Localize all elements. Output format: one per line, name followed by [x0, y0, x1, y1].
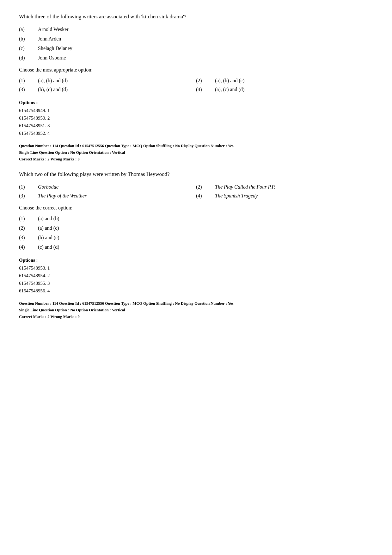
q1-ans4-num: (4)	[196, 87, 215, 92]
q2-answer-4: (4) (c) and (d)	[19, 244, 373, 250]
q1-answer-4: (4) (a), (c) and (d)	[196, 87, 373, 92]
q2-plays-grid: (1) Gorboduc (2) The Play Called the Fou…	[19, 184, 373, 199]
q1-option-a-label: (a)	[19, 27, 38, 32]
q1-choose-text: Choose the most appropriate option:	[19, 67, 373, 73]
q2-play3-val: The Play of the Weather	[38, 193, 87, 199]
q2-ans2-num: (2)	[19, 225, 38, 231]
q1-meta: Question Number : 114 Question Id : 6154…	[19, 143, 373, 163]
q2-play-2: (2) The Play Called the Four P.P.	[196, 184, 373, 190]
q1-ans3-val: (b), (c) and (d)	[38, 87, 68, 92]
q2-play2-val: The Play Called the Four P.P.	[215, 184, 275, 190]
q1-answer-3: (3) (b), (c) and (d)	[19, 87, 196, 92]
q1-option-b-label: (b)	[19, 36, 38, 42]
q1-option-a: (a) Arnold Wesker	[19, 27, 373, 32]
q1-option-c: (c) Shelagh Delaney	[19, 46, 373, 51]
q1-option-d-value: John Osborne	[38, 55, 66, 61]
q2-meta: Question Number : 114 Question Id : 6154…	[19, 300, 373, 321]
q1-answer-1: (1) (a), (b) and (d)	[19, 78, 196, 84]
q2-play1-val: Gorboduc	[38, 184, 58, 190]
q1-ans4-val: (a), (c) and (d)	[215, 87, 244, 92]
q1-option-d: (d) John Osborne	[19, 55, 373, 61]
q2-ans4-val: (c) and (d)	[38, 244, 59, 250]
q1-answer-grid: (1) (a), (b) and (d) (2) (a), (b) and (c…	[19, 78, 373, 92]
q1-ans3-num: (3)	[19, 87, 38, 92]
q1-ans2-val: (a), (b) and (c)	[215, 78, 244, 84]
q2-choose-text: Choose the correct option:	[19, 205, 373, 211]
q2-play4-num: (4)	[196, 193, 215, 199]
question1-block: Which three of the following writers are…	[19, 13, 373, 163]
q1-option-b: (b) John Arden	[19, 36, 373, 42]
q2-answer-1: (1) (a) and (b)	[19, 216, 373, 221]
question2-block: Which two of the following plays were wr…	[19, 170, 373, 320]
q2-play-1: (1) Gorboduc	[19, 184, 196, 190]
q2-play-4: (4) The Spanish Tragedy	[196, 193, 373, 199]
question2-text: Which two of the following plays were wr…	[19, 170, 373, 178]
q2-options-section: Options : 61547548953. 1 61547548954. 2 …	[19, 258, 373, 295]
q2-ans4-num: (4)	[19, 244, 38, 250]
q2-answer-2: (2) (a) and (c)	[19, 225, 373, 231]
q2-options-title: Options :	[19, 258, 373, 263]
q1-ans1-num: (1)	[19, 78, 38, 84]
q2-opt-item-3: 61547548955. 3	[19, 279, 373, 287]
q2-opt-item-1: 61547548953. 1	[19, 264, 373, 272]
q2-play2-num: (2)	[196, 184, 215, 190]
q1-opt-item-2: 61547548950. 2	[19, 114, 373, 122]
question1-text: Which three of the following writers are…	[19, 13, 373, 21]
q1-option-c-label: (c)	[19, 46, 38, 51]
q1-options-section: Options : 61547548949. 1 61547548950. 2 …	[19, 100, 373, 137]
q2-ans2-val: (a) and (c)	[38, 225, 59, 231]
q1-opt-item-3: 61547548951. 3	[19, 122, 373, 129]
q2-opt-item-2: 61547548954. 2	[19, 272, 373, 279]
q2-play3-num: (3)	[19, 193, 38, 199]
q1-option-a-value: Arnold Wesker	[38, 27, 69, 32]
q1-option-c-value: Shelagh Delaney	[38, 46, 72, 51]
q1-ans2-num: (2)	[196, 78, 215, 84]
q2-ans3-val: (b) and (c)	[38, 235, 59, 240]
q1-option-b-value: John Arden	[38, 36, 61, 42]
q2-ans3-num: (3)	[19, 235, 38, 240]
q1-options-title: Options :	[19, 100, 373, 105]
q2-ans1-num: (1)	[19, 216, 38, 221]
q1-option-d-label: (d)	[19, 55, 38, 61]
q2-play4-val: The Spanish Tragedy	[215, 193, 258, 199]
q2-play1-num: (1)	[19, 184, 38, 190]
q1-opt-item-1: 61547548949. 1	[19, 107, 373, 114]
q1-ans1-val: (a), (b) and (d)	[38, 78, 68, 84]
q2-play-3: (3) The Play of the Weather	[19, 193, 196, 199]
q2-answer-3: (3) (b) and (c)	[19, 235, 373, 240]
q1-answer-2: (2) (a), (b) and (c)	[196, 78, 373, 84]
q2-opt-item-4: 61547548956. 4	[19, 287, 373, 295]
q1-opt-item-4: 61547548952. 4	[19, 129, 373, 137]
q2-ans1-val: (a) and (b)	[38, 216, 59, 221]
